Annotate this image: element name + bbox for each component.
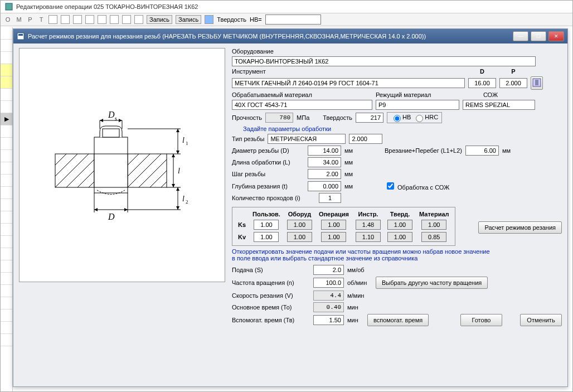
D-label: D [468, 68, 496, 75]
svg-line-7 [50, 137, 94, 187]
hardness-label: Твердость [323, 114, 352, 121]
svg-line-14 [128, 148, 178, 199]
coef-h-equip: Оборуд [284, 210, 315, 219]
coef-h-tool: Инстр. [352, 210, 384, 219]
svg-marker-48 [176, 187, 179, 191]
hb-radio[interactable]: НВ [391, 113, 411, 122]
svg-line-16 [133, 154, 183, 204]
coef-h-hard: Тверд. [384, 210, 416, 219]
set-params-note: Задайте параметры обработки [243, 125, 331, 132]
passes-input[interactable] [319, 193, 341, 203]
pitch-input[interactable] [308, 169, 341, 179]
tb-icon[interactable] [134, 15, 143, 24]
tv-unit: мин [347, 317, 364, 323]
hardness-input[interactable] [356, 113, 383, 123]
svg-marker-49 [176, 206, 179, 210]
svg-marker-38 [176, 151, 179, 154]
tb-hb-lbl: HB= [250, 16, 262, 23]
tb-icon[interactable] [110, 15, 119, 24]
ks-hard [387, 220, 412, 230]
material-value: 40Х ГОСТ 4543-71 [232, 100, 372, 110]
tb-letter: Т [37, 16, 45, 23]
correct-note-1: Откорректировать значение подачи или час… [232, 248, 562, 255]
tb-hb-input[interactable] [265, 14, 321, 25]
kv-oper [321, 232, 346, 242]
cancel-button[interactable]: Отменить [520, 314, 562, 326]
coef-h-mat: Материал [416, 210, 453, 219]
app-icon [5, 3, 13, 11]
svg-text:l: l [182, 136, 184, 144]
length-input[interactable] [308, 157, 341, 167]
ok-button[interactable]: Готово [460, 314, 502, 326]
tb-zapis2[interactable]: Запись [176, 15, 201, 24]
main-window: Редактирование операции 025 ТОКАРНО-ВИНТ… [0, 0, 573, 392]
speed-label: Скорость резания (V) [232, 292, 310, 299]
window-titlebar: Редактирование операции 025 ТОКАРНО-ВИНТ… [1, 1, 572, 13]
svg-rect-1 [17, 33, 24, 40]
hrc-radio[interactable]: HRC [413, 113, 438, 122]
svg-line-5 [50, 143, 100, 193]
calculate-button[interactable]: Расчет режимов резания [478, 221, 562, 234]
ks-equip [287, 220, 312, 230]
coolant-value: REMS SPEZIAL [463, 100, 535, 110]
row-selector-gutter: ▶ [1, 27, 13, 391]
rpm-unit: об/мин [347, 279, 372, 286]
t0-value: 0.40 [313, 302, 344, 312]
tb-icon[interactable] [205, 15, 213, 24]
t0-unit: мин [347, 304, 358, 311]
mpa-unit: МПа [297, 114, 309, 121]
dialog-titlebar[interactable]: Расчет режимов резания для нарезания рез… [13, 29, 567, 43]
strength-value: 780 [265, 113, 293, 123]
cutting-modes-dialog: Расчет режимов резания для нарезания рез… [13, 28, 568, 387]
svg-line-13 [122, 143, 172, 193]
svg-marker-31 [94, 208, 98, 211]
tb-letter: М [15, 16, 23, 23]
svg-text:1: 1 [186, 141, 188, 146]
kv-label: Kv [235, 231, 249, 243]
tb-icon[interactable] [122, 15, 131, 24]
D-value: 16.00 [468, 78, 496, 88]
svg-rect-20 [103, 129, 119, 137]
tv-input[interactable] [313, 315, 344, 325]
tb-icon[interactable] [73, 15, 82, 24]
depth-label: Глубина резания (t) [232, 183, 304, 190]
equipment-value: ТОКАРНО-ВИНТОРЕЗНЫЙ 1К62 [232, 56, 536, 66]
passes-label: Количество проходов (i) [232, 195, 315, 201]
svg-marker-45 [172, 184, 175, 187]
material-label: Обрабатываемый материал [232, 91, 372, 98]
kv-user[interactable] [254, 232, 279, 242]
minimize-button[interactable]: — [513, 31, 528, 41]
tb-icon[interactable] [85, 15, 94, 24]
rpm-input[interactable] [313, 278, 344, 288]
feed-input[interactable] [313, 265, 344, 275]
ks-user[interactable] [254, 220, 279, 230]
feed-unit: мм/об [347, 267, 365, 273]
tb-icon[interactable] [61, 15, 70, 24]
P-value: 2.000 [499, 78, 527, 88]
thread-type-label: Тип резьбы [232, 135, 264, 142]
depth-input[interactable] [308, 181, 341, 191]
tb-tverdost-lbl: Твердость [217, 16, 246, 23]
tool-picker-button[interactable] [531, 76, 543, 90]
maximize-button[interactable]: ☐ [531, 31, 546, 41]
cutmaterial-value: Р9 [376, 100, 459, 110]
length-label: Длина обработки (L) [232, 159, 304, 166]
close-button[interactable]: ✕ [548, 31, 564, 41]
tb-icon[interactable] [98, 15, 106, 24]
diameter-input[interactable] [308, 146, 341, 156]
aux-time-button[interactable]: вспомогат. время [367, 314, 429, 326]
equipment-label: Оборудование [232, 48, 274, 55]
rpm-label: Частота вращения (n) [232, 279, 310, 286]
svg-text:s: s [115, 115, 117, 122]
kv-hard [387, 232, 412, 242]
coolant-checkbox[interactable]: Обработка с СОЖ [385, 181, 449, 191]
ks-tool [356, 220, 381, 230]
tb-zapis1[interactable]: Запись [147, 15, 172, 24]
window-title: Редактирование операции 025 ТОКАРНО-ВИНТ… [16, 3, 198, 10]
tb-letter: Р [26, 16, 34, 23]
tb-icon[interactable] [48, 15, 57, 24]
dialog-title: Расчет режимов резания для нарезания рез… [28, 33, 509, 40]
choose-rpm-button[interactable]: Выбрать другую частоту вращения [376, 277, 488, 289]
svg-text:l: l [178, 167, 180, 175]
vrezanie-input[interactable] [465, 146, 499, 156]
